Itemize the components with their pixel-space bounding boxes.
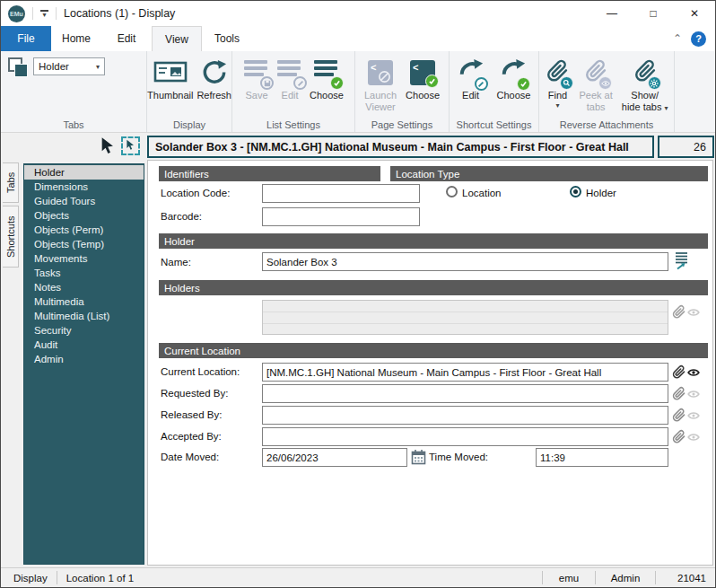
tab-select-combobox[interactable]: Holder ▾ bbox=[33, 57, 105, 75]
sidebar-item-objects-temp[interactable]: Objects (Temp) bbox=[24, 237, 144, 251]
lookup-list-icon[interactable] bbox=[674, 251, 689, 274]
minimize-button[interactable]: — bbox=[591, 1, 633, 26]
show-hide-tabs-icon bbox=[633, 58, 658, 87]
tab-edit[interactable]: Edit bbox=[101, 26, 152, 51]
record-title: Solander Box 3 - [NM.MC.1.GH] National M… bbox=[155, 141, 629, 154]
requested-by-attach-tools bbox=[671, 386, 700, 401]
list-save-button: Save bbox=[241, 56, 272, 101]
form-panel: Identifiers Location Code: Barcode: Loca… bbox=[147, 160, 713, 566]
tab-tools[interactable]: Tools bbox=[202, 26, 252, 51]
location-code-label: Location Code: bbox=[161, 188, 230, 198]
radio-holder-label[interactable]: Holder bbox=[586, 188, 616, 198]
sidebar-item-objects-perm[interactable]: Objects (Perm) bbox=[24, 223, 144, 237]
radio-holder[interactable] bbox=[570, 186, 581, 197]
radio-location[interactable] bbox=[446, 186, 458, 197]
current-location-field[interactable] bbox=[262, 363, 668, 382]
sidebar-item-multimedia-list[interactable]: Multimedia (List) bbox=[24, 309, 144, 323]
attach-icon[interactable] bbox=[671, 429, 686, 444]
holders-attach-tools bbox=[671, 304, 700, 320]
list-edit-icon bbox=[276, 58, 303, 87]
sidebar-item-dimensions[interactable]: Dimensions bbox=[24, 180, 144, 194]
ribbon-group-display: Thumbnail Refresh Display bbox=[147, 51, 232, 132]
list-choose-icon bbox=[313, 58, 340, 87]
shortcut-edit-icon bbox=[458, 57, 485, 88]
sidebar-item-security[interactable]: Security bbox=[24, 323, 144, 338]
maximize-button[interactable]: □ bbox=[633, 1, 674, 26]
list-save-icon bbox=[243, 58, 270, 87]
attach-icon[interactable] bbox=[671, 408, 686, 423]
launch-viewer-icon: < bbox=[368, 60, 393, 85]
quick-access-dropdown-icon[interactable]: ▾ bbox=[40, 10, 48, 17]
barcode-field[interactable] bbox=[262, 207, 420, 226]
status-user: emu bbox=[543, 573, 595, 584]
sidebar-item-holder[interactable]: Holder bbox=[24, 165, 144, 180]
tab-select-value: Holder bbox=[39, 61, 69, 72]
tab-home[interactable]: Home bbox=[51, 26, 101, 51]
status-group: Admin bbox=[596, 573, 655, 584]
attach-icon[interactable] bbox=[671, 386, 686, 401]
shortcut-choose-icon bbox=[500, 57, 527, 88]
attach-icon bbox=[671, 304, 686, 320]
ribbon-group-list-settings: Save Edit Choose bbox=[232, 51, 355, 132]
name-label: Name: bbox=[161, 257, 191, 268]
requested-by-field[interactable] bbox=[262, 384, 668, 403]
content-region: Solander Box 3 - [NM.MC.1.GH] National M… bbox=[1, 133, 715, 568]
tabs-icon[interactable] bbox=[8, 57, 28, 77]
date-moved-field[interactable] bbox=[262, 448, 407, 467]
status-record-position: Location 1 of 1 bbox=[57, 573, 143, 584]
cursor-tool-icon[interactable] bbox=[99, 136, 116, 159]
find-button[interactable]: Find ▾ bbox=[543, 56, 572, 110]
sidebar-item-audit[interactable]: Audit bbox=[24, 338, 144, 352]
group-label-tabs: Tabs bbox=[1, 119, 146, 130]
show-hide-dropdown-arrow-icon[interactable]: ▾ bbox=[665, 104, 668, 112]
sidebar-item-guided-tours[interactable]: Guided Tours bbox=[24, 194, 144, 208]
help-button[interactable]: ? bbox=[691, 31, 706, 47]
sidebar-item-admin[interactable]: Admin bbox=[24, 352, 144, 366]
view-attachment-icon bbox=[687, 411, 700, 420]
record-count: 26 bbox=[694, 141, 706, 154]
page-choose-button[interactable]: < Choose bbox=[404, 56, 441, 101]
sidebar-item-movements[interactable]: Movements bbox=[24, 251, 144, 266]
close-button[interactable]: ✕ bbox=[674, 1, 715, 26]
released-by-attach-tools bbox=[671, 408, 700, 423]
section-header-holder: Holder bbox=[159, 233, 708, 249]
sidebar-item-objects[interactable]: Objects bbox=[24, 208, 144, 223]
view-attachment-icon[interactable] bbox=[687, 368, 700, 377]
collapse-ribbon-icon[interactable]: ⌃ bbox=[673, 32, 682, 45]
side-tab-shortcuts[interactable]: Shortcuts bbox=[3, 206, 19, 268]
view-attachment-icon bbox=[687, 433, 700, 442]
name-field[interactable] bbox=[262, 252, 668, 271]
attach-icon[interactable] bbox=[671, 364, 686, 380]
divider bbox=[56, 7, 57, 20]
ribbon-tab-strip: File Home Edit View Tools ⌃ ? bbox=[1, 26, 715, 51]
accepted-by-attach-tools bbox=[671, 429, 700, 444]
accepted-by-field[interactable] bbox=[262, 427, 668, 446]
released-by-field[interactable] bbox=[262, 406, 668, 425]
show-hide-tabs-button[interactable]: Show/ hide tabs ▾ bbox=[620, 56, 670, 113]
ribbon: Holder ▾ Tabs Thumbnail bbox=[1, 51, 715, 133]
refresh-button[interactable]: Refresh bbox=[195, 56, 233, 101]
group-label-shortcut-settings: Shortcut Settings bbox=[450, 119, 538, 130]
tab-view[interactable]: View bbox=[152, 26, 202, 51]
sidebar-item-notes[interactable]: Notes bbox=[24, 280, 144, 294]
side-tab-tabs[interactable]: Tabs bbox=[3, 162, 19, 203]
tab-file[interactable]: File bbox=[1, 26, 51, 51]
group-label-display: Display bbox=[147, 119, 231, 130]
holders-list bbox=[262, 300, 668, 335]
find-dropdown-arrow-icon[interactable]: ▾ bbox=[555, 101, 559, 110]
shortcut-choose-button[interactable]: Choose bbox=[495, 56, 533, 101]
section-header-location-type: Location Type bbox=[390, 166, 708, 181]
emu-logo-icon[interactable]: EMu bbox=[8, 5, 25, 22]
calendar-icon[interactable] bbox=[411, 449, 426, 469]
section-header-current-location: Current Location bbox=[159, 343, 708, 358]
section-header-identifiers: Identifiers bbox=[159, 166, 380, 181]
radio-location-label[interactable]: Location bbox=[462, 188, 501, 198]
select-all-tool-icon[interactable] bbox=[121, 136, 140, 155]
list-choose-button[interactable]: Choose bbox=[308, 56, 345, 101]
sidebar-item-multimedia[interactable]: Multimedia bbox=[24, 294, 144, 309]
sidebar-item-tasks[interactable]: Tasks bbox=[24, 266, 144, 280]
shortcut-edit-button[interactable]: Edit bbox=[456, 56, 486, 101]
time-moved-field[interactable] bbox=[536, 448, 668, 467]
thumbnail-button[interactable]: Thumbnail bbox=[145, 56, 195, 101]
location-code-field[interactable] bbox=[262, 184, 420, 203]
